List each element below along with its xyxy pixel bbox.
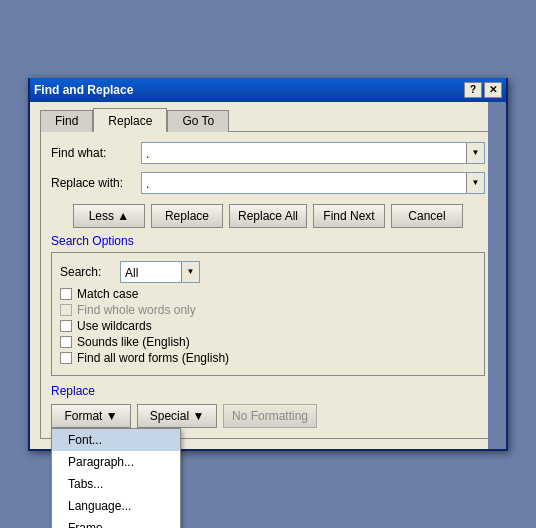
- replace-section-label: Replace: [51, 384, 485, 398]
- wildcards-checkbox[interactable]: [60, 320, 72, 332]
- menu-item-font[interactable]: Font...: [52, 429, 180, 451]
- find-what-value: .: [142, 143, 466, 163]
- find-next-button[interactable]: Find Next: [313, 204, 385, 228]
- search-options-label: Search Options: [51, 234, 485, 248]
- search-options-group: Search: All ▼ Match case Find whole word…: [51, 252, 485, 376]
- tab-replace[interactable]: Replace: [93, 108, 167, 132]
- checkbox-whole-words: Find whole words only: [60, 303, 476, 317]
- checkbox-sounds-like: Sounds like (English): [60, 335, 476, 349]
- search-value: All: [121, 262, 181, 282]
- replace-with-dropdown-arrow[interactable]: ▼: [466, 173, 484, 193]
- whole-words-label: Find whole words only: [77, 303, 196, 317]
- menu-item-tabs[interactable]: Tabs...: [52, 473, 180, 495]
- dialog-title: Find and Replace: [34, 83, 133, 97]
- replace-with-row: Replace with: . ▼: [51, 172, 485, 194]
- all-word-forms-label: Find all word forms (English): [77, 351, 229, 365]
- search-row: Search: All ▼: [60, 261, 476, 283]
- dialog-body: Find Replace Go To Find what: . ▼ Replac…: [30, 102, 506, 449]
- match-case-checkbox[interactable]: [60, 288, 72, 300]
- checkbox-match-case: Match case: [60, 287, 476, 301]
- sounds-like-label: Sounds like (English): [77, 335, 190, 349]
- all-word-forms-checkbox[interactable]: [60, 352, 72, 364]
- help-button[interactable]: ?: [464, 82, 482, 98]
- format-dropdown-menu: Font... Paragraph... Tabs... Language...…: [51, 428, 181, 529]
- replace-with-input[interactable]: . ▼: [141, 172, 485, 194]
- replace-with-label: Replace with:: [51, 176, 141, 190]
- find-what-input[interactable]: . ▼: [141, 142, 485, 164]
- action-buttons-row: Less ▲ Replace Replace All Find Next Can…: [51, 204, 485, 228]
- format-button[interactable]: Format ▼: [51, 404, 131, 428]
- find-what-row: Find what: . ▼: [51, 142, 485, 164]
- checkbox-wildcards: Use wildcards: [60, 319, 476, 333]
- tab-goto[interactable]: Go To: [167, 110, 229, 132]
- replace-button[interactable]: Replace: [151, 204, 223, 228]
- checkbox-all-word-forms: Find all word forms (English): [60, 351, 476, 365]
- whole-words-checkbox: [60, 304, 72, 316]
- no-formatting-button[interactable]: No Formatting: [223, 404, 317, 428]
- find-what-dropdown-arrow[interactable]: ▼: [466, 143, 484, 163]
- menu-item-paragraph[interactable]: Paragraph...: [52, 451, 180, 473]
- search-label: Search:: [60, 265, 120, 279]
- search-dropdown-arrow[interactable]: ▼: [181, 262, 199, 282]
- replace-with-value: .: [142, 173, 466, 193]
- special-button[interactable]: Special ▼: [137, 404, 217, 428]
- title-bar-buttons: ? ✕: [464, 82, 502, 98]
- find-what-label: Find what:: [51, 146, 141, 160]
- tabs: Find Replace Go To: [40, 110, 496, 132]
- search-select[interactable]: All ▼: [120, 261, 200, 283]
- tab-find[interactable]: Find: [40, 110, 93, 132]
- less-button[interactable]: Less ▲: [73, 204, 145, 228]
- bottom-buttons: Format ▼ Font... Paragraph... Tabs... La…: [51, 404, 485, 428]
- menu-item-frame[interactable]: Frame...: [52, 517, 180, 529]
- find-replace-dialog: Find and Replace ? ✕ Find Replace Go To …: [28, 78, 508, 451]
- menu-item-language[interactable]: Language...: [52, 495, 180, 517]
- wildcards-label: Use wildcards: [77, 319, 152, 333]
- tab-content: Find what: . ▼ Replace with: . ▼ Less ▲ …: [40, 131, 496, 439]
- close-button[interactable]: ✕: [484, 82, 502, 98]
- format-btn-wrapper: Format ▼ Font... Paragraph... Tabs... La…: [51, 404, 131, 428]
- replace-all-button[interactable]: Replace All: [229, 204, 307, 228]
- title-bar: Find and Replace ? ✕: [30, 78, 506, 102]
- match-case-label: Match case: [77, 287, 138, 301]
- cancel-button[interactable]: Cancel: [391, 204, 463, 228]
- sounds-like-checkbox[interactable]: [60, 336, 72, 348]
- scrollbar[interactable]: [488, 102, 506, 449]
